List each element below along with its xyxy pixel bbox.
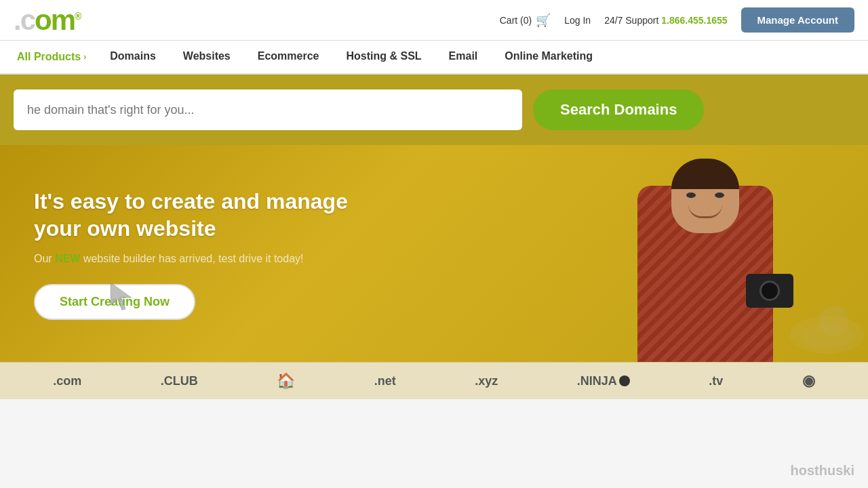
tld-xyz[interactable]: .xyz <box>468 374 505 388</box>
husky-svg <box>760 294 868 355</box>
head <box>671 159 739 233</box>
tld-club[interactable]: .CLUB <box>154 374 205 388</box>
domain-search-input[interactable] <box>14 89 522 130</box>
hero-subtitle: Our NEW website builder has arrived, tes… <box>34 253 373 265</box>
husky-watermark <box>746 287 868 355</box>
ninja-circle-icon <box>619 375 630 386</box>
nav-all-products[interactable]: All Products › <box>7 40 96 74</box>
logo: .com® <box>14 6 80 35</box>
tld-bar: .com .CLUB 🏠 .net .xyz .NINJA .tv ◉ <box>0 362 868 399</box>
new-label: NEW <box>55 253 80 264</box>
subtitle-prefix: Our <box>34 253 55 264</box>
cart-icon: 🛒 <box>536 13 551 28</box>
tld-tv[interactable]: .tv <box>702 374 730 388</box>
right-eye <box>715 192 724 198</box>
nav-ecommerce[interactable]: Ecommerce <box>244 40 333 74</box>
hero-title: It's easy to create and manage your own … <box>34 188 373 242</box>
header: .com® Cart (0) 🛒 Log In 24/7 Support 1.8… <box>0 0 868 41</box>
logo-main: om <box>35 4 75 36</box>
tld-com[interactable]: .com <box>46 374 88 388</box>
cart-link[interactable]: Cart (0) 🛒 <box>500 13 551 28</box>
manage-account-button[interactable]: Manage Account <box>741 7 854 33</box>
login-link[interactable]: Log In <box>564 15 591 26</box>
hosthuski-label: hosthuski <box>791 463 854 478</box>
support-phone: 1.866.455.1655 <box>661 15 727 26</box>
cursor-svg <box>108 281 136 314</box>
hero-section: It's easy to create and manage your own … <box>0 145 868 362</box>
svg-point-2 <box>800 324 854 348</box>
chevron-right-icon: › <box>83 52 86 62</box>
header-right: Cart (0) 🛒 Log In 24/7 Support 1.866.455… <box>500 7 854 33</box>
search-domains-button[interactable]: Search Domains <box>533 89 704 130</box>
smile <box>688 205 722 218</box>
nav-hosting-ssl[interactable]: Hosting & SSL <box>332 40 435 74</box>
nav-websites[interactable]: Websites <box>170 40 244 74</box>
support-text: 24/7 Support 1.866.455.1655 <box>604 15 727 26</box>
left-eye <box>686 192 696 198</box>
logo-area: .com® <box>14 6 80 35</box>
logo-prefix: .c <box>14 4 35 36</box>
all-products-label: All Products <box>17 51 81 63</box>
subtitle-suffix: website builder has arrived, test drive … <box>80 253 303 264</box>
cart-label: Cart (0) <box>500 15 532 26</box>
tld-house[interactable]: 🏠 <box>270 372 302 390</box>
tld-ninja[interactable]: .NINJA <box>570 374 637 388</box>
support-label: 24/7 Support <box>604 15 658 26</box>
logo-registered: ® <box>75 11 80 22</box>
tld-special[interactable]: ◉ <box>795 372 822 390</box>
hero-content: It's easy to create and manage your own … <box>0 161 407 347</box>
nav-online-marketing[interactable]: Online Marketing <box>491 40 606 74</box>
nav-domains[interactable]: Domains <box>96 40 170 74</box>
nav-email[interactable]: Email <box>435 40 492 74</box>
bottom-branding: hosthuski <box>791 463 854 479</box>
main-nav: All Products › Domains Websites Ecommerc… <box>0 41 868 75</box>
search-section: Search Domains <box>0 75 868 145</box>
hair <box>671 159 739 189</box>
tld-net[interactable]: .net <box>368 374 403 388</box>
